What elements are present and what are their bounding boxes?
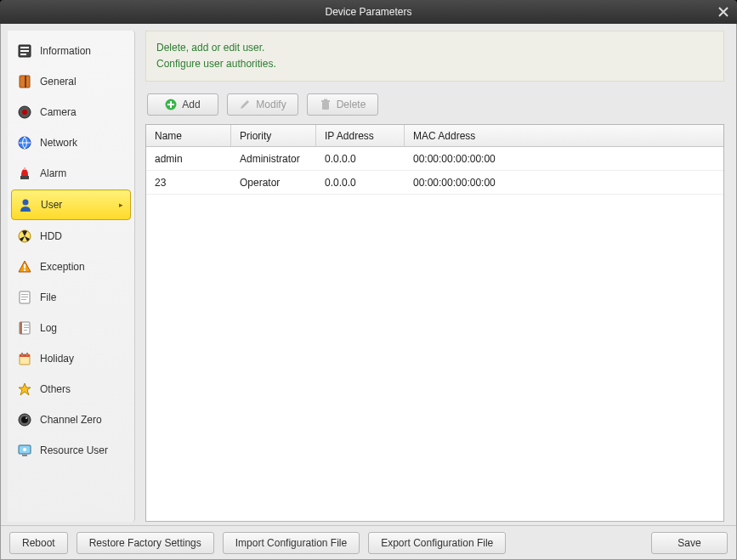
cell-name: admin (146, 147, 231, 170)
camera-lens-icon (16, 411, 33, 428)
sidebar-item-alarm[interactable]: Alarm (8, 158, 134, 189)
delete-button-label: Delete (337, 99, 366, 110)
titlebar: Device Parameters (0, 0, 737, 24)
close-button[interactable] (715, 3, 732, 20)
plus-icon (165, 99, 177, 110)
svg-rect-9 (20, 176, 29, 179)
modify-button[interactable]: Modify (227, 93, 298, 116)
window-title: Device Parameters (325, 6, 411, 18)
save-label: Save (677, 537, 700, 549)
restore-label: Restore Factory Settings (89, 537, 201, 549)
svg-rect-32 (22, 455, 27, 456)
sidebar-item-label: General (40, 76, 77, 88)
svg-rect-3 (20, 54, 26, 55)
cell-mac: 00:00:00:00:00:00 (405, 147, 723, 170)
svg-rect-22 (24, 327, 29, 328)
sidebar-item-label: Alarm (40, 167, 66, 179)
cell-priority: Administrator (231, 147, 316, 170)
sidebar-item-label: File (40, 291, 56, 303)
sidebar-item-label: Channel Zero (40, 414, 102, 426)
svg-rect-17 (21, 297, 28, 297)
cell-ip: 0.0.0.0 (316, 171, 405, 194)
cell-ip: 0.0.0.0 (316, 147, 405, 170)
sidebar-item-channel-zero[interactable]: Channel Zero (8, 404, 134, 435)
table-row[interactable]: admin Administrator 0.0.0.0 00:00:00:00:… (146, 147, 723, 171)
delete-button[interactable]: Delete (307, 93, 378, 116)
trash-icon (320, 99, 332, 110)
sidebar-item-log[interactable]: Log (8, 313, 134, 343)
svg-point-11 (23, 200, 29, 206)
sidebar-item-file[interactable]: File (8, 282, 134, 313)
sidebar-item-holiday[interactable]: Holiday (8, 343, 134, 374)
col-header-priority[interactable]: Priority (231, 125, 316, 146)
table-row[interactable]: 23 Operator 0.0.0.0 00:00:00:00:00:00 (146, 171, 723, 195)
table-body: admin Administrator 0.0.0.0 00:00:00:00:… (146, 147, 723, 521)
info-icon (16, 42, 33, 59)
star-icon (16, 381, 33, 398)
import-label: Import Configuration File (235, 537, 347, 549)
sidebar-item-exception[interactable]: Exception (8, 252, 134, 282)
camera-icon (16, 104, 33, 121)
help-line-1: Delete, add or edit user. (156, 40, 713, 56)
save-button[interactable]: Save (651, 532, 728, 554)
sidebar: Information General Camera (8, 31, 135, 522)
sidebar-item-label: User (41, 199, 62, 211)
file-icon (16, 289, 33, 306)
sidebar-item-label: Camera (40, 106, 77, 118)
sidebar-item-resource-user[interactable]: Resource User (8, 435, 134, 466)
content-area: Information General Camera (1, 24, 736, 525)
svg-rect-27 (26, 353, 28, 356)
svg-rect-23 (24, 330, 27, 331)
sidebar-item-label: HDD (40, 230, 62, 242)
sidebar-item-user[interactable]: User ▸ (11, 189, 131, 220)
sidebar-item-label: Resource User (40, 444, 108, 456)
exception-icon (16, 258, 33, 275)
col-header-ip[interactable]: IP Address (316, 125, 405, 146)
sidebar-item-others[interactable]: Others (8, 374, 134, 404)
hdd-icon (16, 228, 33, 245)
sidebar-item-hdd[interactable]: HDD (8, 221, 134, 252)
svg-rect-26 (21, 353, 23, 356)
sidebar-item-network[interactable]: Network (8, 127, 134, 158)
sidebar-item-information[interactable]: Information (8, 36, 134, 66)
footer: Reboot Restore Factory Settings Import C… (1, 525, 736, 559)
export-config-button[interactable]: Export Configuration File (368, 532, 506, 554)
sidebar-item-label: Log (40, 322, 57, 334)
svg-rect-18 (21, 299, 26, 300)
sidebar-item-label: Exception (40, 261, 85, 273)
add-button[interactable]: Add (147, 93, 218, 116)
svg-rect-16 (21, 294, 28, 295)
reboot-label: Reboot (22, 537, 55, 549)
body: Information General Camera (0, 24, 737, 560)
book-icon (16, 73, 33, 90)
restore-factory-button[interactable]: Restore Factory Settings (77, 532, 214, 554)
sidebar-item-label: Information (40, 45, 91, 57)
cell-mac: 00:00:00:00:00:00 (405, 171, 723, 194)
network-icon (16, 134, 33, 151)
svg-rect-5 (25, 76, 26, 88)
user-table: Name Priority IP Address MAC Address adm… (145, 124, 724, 522)
export-label: Export Configuration File (381, 537, 493, 549)
svg-point-7 (22, 110, 27, 115)
sidebar-item-camera[interactable]: Camera (8, 97, 134, 127)
svg-rect-2 (20, 50, 29, 52)
col-header-name[interactable]: Name (146, 125, 231, 146)
sidebar-item-general[interactable]: General (8, 66, 134, 97)
svg-rect-10 (24, 167, 26, 170)
window: Device Parameters Information General (0, 0, 737, 560)
col-header-mac[interactable]: MAC Address (405, 125, 723, 146)
svg-point-30 (26, 417, 27, 419)
svg-rect-37 (324, 99, 327, 101)
modify-button-label: Modify (256, 99, 286, 110)
holiday-icon (16, 350, 33, 367)
table-header: Name Priority IP Address MAC Address (146, 125, 723, 147)
toolbar: Add Modify Delete (145, 90, 724, 116)
svg-rect-35 (322, 102, 329, 110)
log-icon (16, 320, 33, 337)
main-panel: Delete, add or edit user. Configure user… (145, 31, 729, 522)
reboot-button[interactable]: Reboot (9, 532, 68, 554)
pencil-icon (239, 99, 251, 110)
cell-name: 23 (146, 171, 231, 194)
help-line-2: Configure user authorities. (156, 56, 713, 72)
import-config-button[interactable]: Import Configuration File (223, 532, 360, 554)
